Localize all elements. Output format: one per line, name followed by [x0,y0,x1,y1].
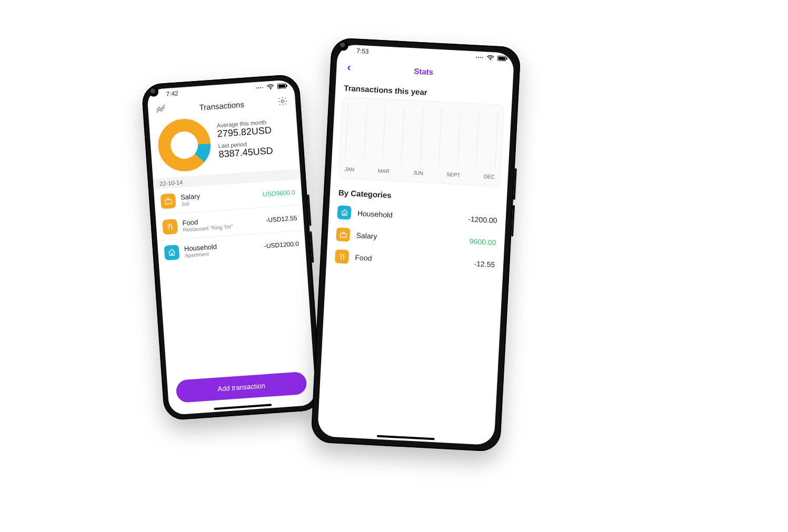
svg-rect-12 [506,58,507,60]
svg-point-0 [270,88,271,89]
page-title: Stats [354,63,493,79]
cell-signal-icon: •••• [255,85,264,91]
gear-icon[interactable] [277,96,288,107]
stats-icon[interactable] [155,104,166,115]
screen: 7:53 •••• ‹ Stats Transactions this year… [317,44,515,446]
stage: 7:42 •••• Transactions [0,0,788,532]
screen: 7:42 •••• Transactions [147,79,317,415]
volume-button [307,194,311,226]
wifi-icon [267,84,275,90]
cat-value: -12.55 [474,259,495,269]
svg-rect-2 [278,84,285,88]
year-chart-card: JAN MAR JUN SEPT DEC [338,96,504,187]
svg-point-4 [281,100,284,103]
transaction-list: SalaryJob USD9600.0 FoodRestaurant "King… [154,179,306,266]
svg-rect-13 [340,233,346,237]
tx-amount: -USD1200.0 [264,240,299,250]
home-icon [164,245,179,260]
spacer [493,75,506,75]
svg-rect-11 [498,57,505,61]
briefcase-icon [336,227,350,242]
svg-point-7 [172,133,196,157]
cat-value: 9600.00 [469,237,496,247]
status-time: 7:42 [166,89,178,98]
utensils-icon [335,249,349,264]
add-transaction-button[interactable]: Add transaction [175,372,307,403]
home-indicator [377,435,435,440]
category-list: Household -1200.00 Salary 9600.00 Food -… [326,200,506,276]
home-indicator [214,404,272,410]
phone-stats: 7:53 •••• ‹ Stats Transactions this year… [311,37,521,452]
cat-name: Household [357,209,393,219]
x-label: DEC [484,174,495,180]
x-label: JAN [344,166,354,173]
x-label: JUN [413,170,423,176]
x-label: MAR [377,168,390,174]
home-icon [337,205,351,219]
back-button[interactable]: ‹ [344,60,355,74]
tx-amount: -USD12.55 [266,214,297,224]
battery-icon [277,83,288,89]
status-time: 7:53 [356,47,369,55]
phone-transactions: 7:42 •••• Transactions [141,74,322,420]
svg-rect-8 [165,199,172,204]
briefcase-icon [161,193,176,209]
battery-icon [497,56,507,62]
volume-button [513,168,517,200]
power-button [310,231,314,263]
x-label: SEPT [446,172,461,178]
svg-rect-3 [286,85,287,87]
year-chart: JAN MAR JUN SEPT DEC [344,104,498,180]
wifi-icon [487,55,495,61]
donut-chart [156,117,213,173]
power-button [511,205,515,237]
cat-name: Salary [356,231,377,240]
cat-name: Food [355,253,372,263]
svg-point-9 [490,59,491,60]
summary-hero: Average this month 2795.82USD Last perio… [149,109,300,179]
cell-signal-icon: •••• [475,55,484,60]
utensils-icon [162,219,178,235]
cat-value: -1200.00 [468,215,497,225]
tx-amount: USD9600.0 [263,188,296,198]
